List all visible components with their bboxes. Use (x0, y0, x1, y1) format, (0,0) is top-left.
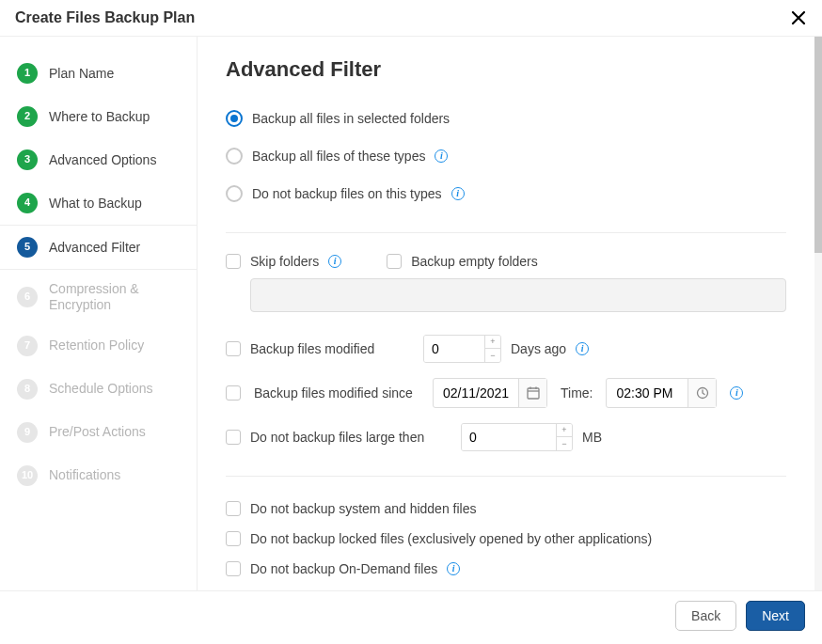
step-number: 2 (17, 106, 38, 127)
days-stepper[interactable]: + − (423, 335, 501, 363)
time-input[interactable] (606, 378, 717, 408)
time-label: Time: (561, 385, 593, 401)
filter-mode-option[interactable]: Do not backup files on this typesi (226, 178, 786, 215)
stepper-up-icon[interactable]: + (557, 424, 572, 437)
step-number: 10 (17, 465, 38, 486)
info-icon[interactable]: i (328, 255, 341, 268)
wizard-step-8: 8Schedule Options (0, 368, 197, 411)
modal-footer: Back Next (0, 591, 822, 644)
info-icon[interactable]: i (451, 187, 465, 200)
radio-label: Backup all files of these types (252, 149, 425, 164)
radio-icon[interactable] (226, 110, 243, 127)
skip-folders-row: Skip folders i Backup empty folders (226, 254, 786, 269)
divider (226, 232, 786, 233)
modal-header: Create Files Backup Plan (0, 0, 822, 36)
scrollbar-thumb[interactable] (814, 37, 822, 253)
step-label: Compression & Encryption (49, 281, 180, 313)
info-icon[interactable]: i (576, 342, 589, 355)
wizard-step-6: 6Compression & Encryption (0, 270, 197, 324)
wizard-step-4[interactable]: 4What to Backup (0, 181, 197, 225)
locked-files-checkbox[interactable] (226, 531, 241, 546)
days-ago-label: Days ago (511, 341, 566, 356)
step-number: 8 (17, 379, 38, 400)
skip-folders-input[interactable] (250, 278, 786, 312)
days-input[interactable] (424, 336, 484, 362)
wizard-step-1[interactable]: 1Plan Name (0, 52, 197, 95)
page-title: Advanced Filter (226, 57, 786, 82)
svg-rect-0 (528, 388, 539, 399)
ondemand-files-row: Do not backup On-Demand files i (226, 561, 786, 576)
locked-files-row: Do not backup locked files (exclusively … (226, 531, 786, 546)
radio-label: Do not backup files on this types (252, 186, 442, 201)
wizard-step-2[interactable]: 2Where to Backup (0, 95, 197, 138)
backup-empty-folders-checkbox[interactable] (387, 254, 402, 269)
step-number: 4 (17, 193, 38, 213)
step-number: 5 (17, 237, 38, 258)
large-then-label: Do not backup files large then (250, 430, 424, 445)
system-hidden-checkbox[interactable] (226, 501, 241, 516)
ondemand-files-checkbox[interactable] (226, 561, 241, 576)
step-label: What to Backup (49, 196, 180, 212)
divider (226, 476, 786, 477)
next-button[interactable]: Next (746, 601, 805, 631)
step-label: Schedule Options (49, 381, 180, 397)
step-label: Pre/Post Actions (49, 424, 180, 440)
info-icon[interactable]: i (730, 386, 743, 400)
date-field[interactable] (434, 385, 518, 401)
radio-icon[interactable] (226, 185, 243, 202)
content-panel: Advanced Filter Backup all files in sele… (198, 37, 814, 590)
step-number: 1 (17, 63, 38, 84)
backup-empty-folders-label: Backup empty folders (411, 254, 538, 269)
system-hidden-row: Do not backup system and hidden files (226, 501, 786, 516)
backup-modified-since-label: Backup files modified since (254, 385, 419, 401)
size-input[interactable] (462, 424, 556, 450)
wizard-step-5[interactable]: 5Advanced Filter (0, 225, 197, 270)
step-number: 3 (17, 149, 38, 170)
locked-files-label: Do not backup locked files (exclusively … (250, 531, 652, 546)
content-wrap: Advanced Filter Backup all files in sele… (198, 37, 822, 590)
filter-mode-option[interactable]: Backup all files in selected folders (226, 102, 786, 140)
backup-modified-days-label: Backup files modified (250, 341, 374, 356)
modal-create-backup-plan: Create Files Backup Plan 1Plan Name2Wher… (0, 0, 822, 644)
wizard-step-10: 10Notifications (0, 454, 197, 497)
back-button[interactable]: Back (675, 601, 736, 631)
info-icon[interactable]: i (447, 562, 460, 575)
wizard-step-9: 9Pre/Post Actions (0, 411, 197, 454)
filter-mode-radio-group: Backup all files in selected foldersBack… (226, 102, 786, 215)
skip-folders-label: Skip folders (250, 254, 319, 269)
close-icon[interactable] (790, 9, 807, 26)
step-label: Notifications (49, 467, 180, 483)
wizard-step-7: 7Retention Policy (0, 324, 197, 368)
date-input[interactable] (433, 378, 547, 408)
clock-icon[interactable] (688, 379, 716, 407)
backup-modified-since-row: Backup files modified since Time: (226, 378, 786, 408)
step-label: Retention Policy (49, 338, 180, 353)
stepper-down-icon[interactable]: − (485, 349, 500, 362)
step-label: Plan Name (49, 66, 180, 82)
time-field[interactable] (607, 385, 688, 401)
step-label: Where to Backup (49, 109, 180, 125)
stepper-down-icon[interactable]: − (557, 437, 572, 450)
backup-modified-days-checkbox[interactable] (226, 341, 241, 356)
stepper-up-icon[interactable]: + (485, 336, 500, 349)
radio-label: Backup all files in selected folders (252, 111, 450, 126)
mb-label: MB (582, 430, 602, 445)
large-then-checkbox[interactable] (226, 430, 241, 445)
modal-body: 1Plan Name2Where to Backup3Advanced Opti… (0, 36, 822, 591)
calendar-icon[interactable] (518, 379, 546, 407)
radio-icon[interactable] (226, 148, 243, 165)
ondemand-files-label: Do not backup On-Demand files (250, 561, 437, 576)
step-label: Advanced Options (49, 152, 180, 168)
step-number: 7 (17, 336, 38, 356)
size-stepper[interactable]: + − (461, 423, 573, 451)
step-label: Advanced Filter (49, 240, 180, 256)
scrollbar[interactable] (814, 37, 822, 590)
skip-folders-checkbox[interactable] (226, 254, 241, 269)
modal-title: Create Files Backup Plan (15, 9, 195, 26)
step-number: 9 (17, 422, 38, 443)
filter-mode-option[interactable]: Backup all files of these typesi (226, 140, 786, 178)
wizard-sidebar: 1Plan Name2Where to Backup3Advanced Opti… (0, 37, 198, 590)
backup-modified-since-checkbox[interactable] (226, 385, 241, 401)
wizard-step-3[interactable]: 3Advanced Options (0, 138, 197, 181)
info-icon[interactable]: i (435, 149, 448, 163)
